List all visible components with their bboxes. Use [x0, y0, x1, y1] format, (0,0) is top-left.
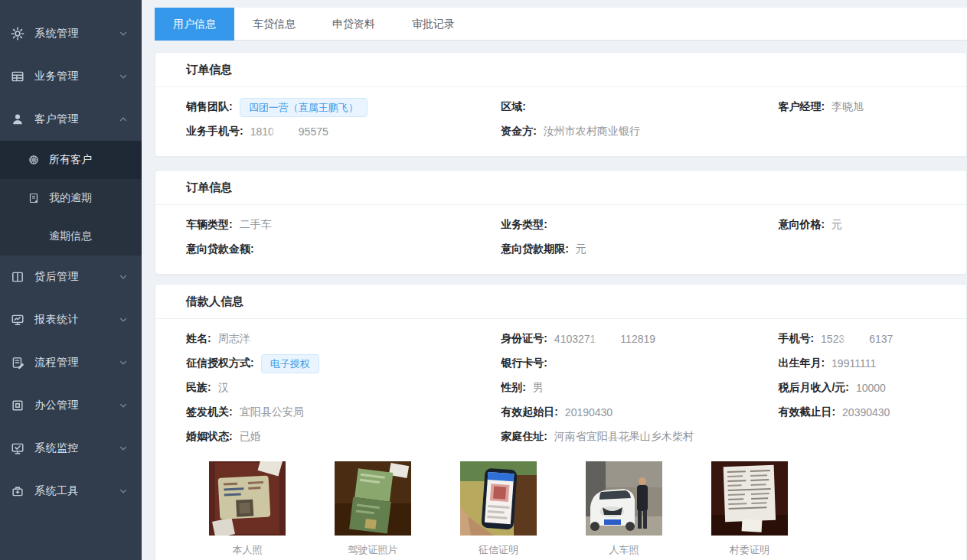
credit-auth-tag[interactable]: 电子授权 — [261, 354, 319, 373]
field-label: 征信授权方式: — [186, 357, 254, 370]
chevron-down-icon — [119, 272, 128, 282]
field-marital-status: 婚姻状态: 已婚 — [186, 425, 501, 449]
office-icon — [11, 399, 25, 412]
tab-car-loan-info[interactable]: 车贷信息 — [234, 8, 314, 41]
sidebar-item-all-customers[interactable]: 所有客户 — [0, 141, 142, 179]
field-label: 车辆类型: — [186, 218, 233, 232]
field-business-type: 业务类型: — [501, 213, 778, 237]
driver-license-photo — [335, 461, 411, 536]
phone-qr-photo — [460, 461, 537, 536]
field-intent-loan-term: 意向贷款期限: 元 — [501, 237, 778, 262]
card-title: 借款人信息 — [155, 285, 966, 319]
field-value: 汝州市农村商业银行 — [544, 125, 640, 138]
handwritten-doc-photo-thumbnail[interactable]: 村委证明 — [711, 461, 788, 557]
field-value: 河南省宜阳县花果山乡木柴村 — [554, 430, 694, 444]
car — [590, 489, 635, 531]
user-icon — [11, 112, 25, 126]
chevron-down-icon — [119, 444, 128, 453]
chevron-down-icon — [119, 29, 128, 38]
chevron-down-icon — [119, 315, 128, 324]
sidebar-item-business-management[interactable]: 业务管理 — [0, 55, 142, 98]
field-bank-card: 银行卡号: — [501, 351, 778, 376]
field-mobile-phone: 手机号: 15236137 — [778, 327, 936, 351]
driver-license-photo-thumbnail[interactable]: 驾驶证照片 — [335, 461, 411, 557]
car-person-photo-thumbnail[interactable]: 人车照 — [586, 461, 662, 557]
tab-user-info[interactable]: 用户信息 — [155, 8, 234, 41]
field-value: 男 — [533, 381, 544, 395]
field-home-address: 家庭住址: 河南省宜阳县花果山乡木柴村 — [501, 425, 778, 449]
sidebar-item-label: 所有客户 — [49, 153, 92, 167]
field-label: 业务手机号: — [186, 125, 243, 138]
sidebar-item-label: 业务管理 — [34, 70, 79, 83]
field-account-manager: 客户经理: 李晓旭 — [778, 95, 936, 119]
field-label: 意向贷款期限: — [501, 243, 569, 256]
field-label: 有效起始日: — [501, 405, 558, 419]
main-content: 用户信息 车贷信息 申贷资料 审批记录 订单信息 销售团队: 四团一营（直属王鹏… — [142, 0, 967, 560]
document-edit-icon — [11, 356, 25, 370]
field-valid-from: 有效起始日: 20190430 — [501, 400, 778, 425]
tab-loan-application-docs[interactable]: 申贷资料 — [314, 8, 394, 41]
sidebar-item-label: 贷后管理 — [34, 270, 79, 284]
field-value: 元 — [831, 218, 842, 232]
field-label: 家庭住址: — [501, 430, 547, 444]
sidebar-item-my-overdue[interactable]: 我的逾期 — [0, 179, 142, 217]
field-label: 出生年月: — [778, 357, 825, 370]
sidebar-item-system-management[interactable]: 系统管理 — [0, 12, 142, 55]
sidebar-item-system-tools[interactable]: 系统工具 — [0, 470, 142, 513]
field-label: 民族: — [186, 381, 211, 395]
chevron-down-icon — [119, 487, 128, 496]
field-label: 身份证号: — [501, 332, 547, 346]
photo-caption: 村委证明 — [711, 543, 788, 557]
field-label: 税后月收入/元: — [778, 381, 849, 395]
field-value: 4103271112819 — [554, 333, 655, 345]
sidebar-item-label: 我的逾期 — [49, 191, 92, 205]
field-label: 客户经理: — [778, 100, 825, 114]
grid-icon — [11, 70, 25, 83]
field-name: 姓名: 周志洋 — [186, 327, 501, 351]
field-birth-date: 出生年月: 19911111 — [778, 351, 936, 376]
sidebar-item-label: 流程管理 — [34, 356, 79, 370]
borrower-info-card: 借款人信息 姓名: 周志洋 身份证号: 4103271112819 手机号: 1… — [155, 284, 967, 560]
field-label: 婚姻状态: — [186, 430, 233, 444]
wheel-icon — [28, 154, 40, 166]
sidebar-item-overdue-info[interactable]: 逾期信息 — [0, 217, 142, 256]
censor-block — [845, 333, 868, 344]
sidebar-item-postloan-management[interactable]: 贷后管理 — [0, 256, 142, 298]
field-value: 20190430 — [565, 406, 613, 418]
field-value: 已婚 — [240, 430, 261, 444]
field-spacer — [778, 425, 936, 449]
field-label: 姓名: — [186, 332, 211, 346]
field-value: 汉 — [218, 381, 229, 395]
sidebar-item-office-management[interactable]: 办公管理 — [0, 384, 142, 427]
photo-caption: 人车照 — [586, 543, 662, 557]
order-info-card: 订单信息 销售团队: 四团一营（直属王鹏飞） 区域: 客户经理: 李晓旭 — [155, 52, 967, 157]
field-value: 周志洋 — [218, 332, 250, 346]
detail-tabs: 用户信息 车贷信息 申贷资料 审批记录 — [155, 8, 967, 41]
tab-approval-records[interactable]: 审批记录 — [394, 8, 473, 41]
sidebar-item-label: 客户管理 — [34, 112, 79, 126]
phone-qr-photo-thumbnail[interactable]: 征信证明 — [460, 461, 537, 557]
field-valid-to: 有效截止日: 20390430 — [778, 400, 936, 425]
field-spacer — [778, 119, 936, 144]
field-id-number: 身份证号: 4103271112819 — [501, 327, 778, 351]
field-value: 15236137 — [821, 333, 893, 345]
sidebar: 系统管理 业务管理 客户管理 — [0, 0, 142, 560]
field-value: 10000 — [856, 382, 886, 394]
chevron-down-icon — [119, 72, 128, 81]
sidebar-item-process-management[interactable]: 流程管理 — [0, 341, 142, 384]
field-region: 区域: — [501, 95, 778, 119]
sidebar-item-system-monitor[interactable]: 系统监控 — [0, 427, 142, 470]
field-label: 意向贷款金额: — [186, 243, 254, 256]
field-value: 二手车 — [240, 218, 272, 232]
censor-block — [275, 125, 298, 137]
field-intent-price: 意向价格: 元 — [778, 213, 936, 237]
id-card-photo-thumbnail[interactable]: 本人照 — [209, 461, 286, 557]
field-label: 签发机关: — [186, 405, 233, 419]
sidebar-item-report-statistics[interactable]: 报表统计 — [0, 298, 142, 341]
sidebar-item-label: 报表统计 — [34, 313, 79, 327]
monitor-check-icon — [11, 441, 25, 455]
field-label: 业务类型: — [501, 218, 547, 232]
field-monthly-income: 税后月收入/元: 10000 — [778, 376, 936, 400]
sidebar-item-customer-management[interactable]: 客户管理 — [0, 98, 142, 141]
sales-team-tag[interactable]: 四团一营（直属王鹏飞） — [240, 98, 368, 117]
